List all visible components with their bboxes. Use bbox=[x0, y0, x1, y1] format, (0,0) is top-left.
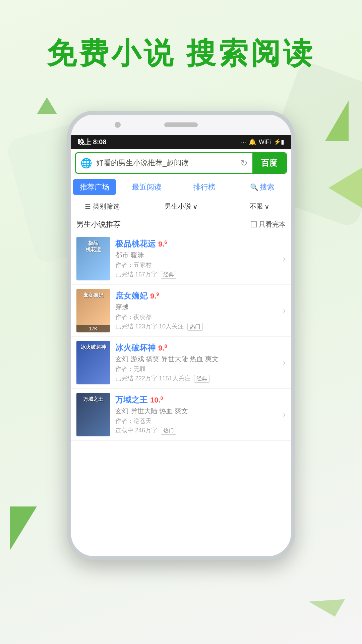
book-info-4: 万域之王 10.0 玄幻 异世大陆 热血 爽文 作者：逆苍天 连载中 246万字… bbox=[115, 394, 286, 435]
category-label: 类别筛选 bbox=[93, 202, 120, 211]
book-author-1: 作者：五家村 bbox=[115, 261, 286, 269]
book-title-2: 庶女嫡妃 bbox=[115, 290, 147, 301]
book-stats-2: 已完结 123万字 10人关注 热门 bbox=[115, 322, 286, 331]
signal-icon: ··· bbox=[241, 139, 246, 146]
book-rating-3: 9.8 bbox=[158, 343, 167, 353]
book-cover-2: 庶女嫡妃 17K bbox=[76, 289, 110, 332]
book-item-4[interactable]: 万域之王 万域之王 10.0 玄幻 异世大陆 热血 爽文 作者：逆苍天 连载中 … bbox=[71, 389, 291, 441]
filter-icon: ☰ bbox=[85, 203, 91, 211]
book-info-2: 庶女嫡妃 9.9 穿越 作者：夜凌都 已完结 123万字 10人关注 热门 bbox=[115, 290, 286, 331]
search-input-text[interactable]: 好看的男生小说推荐_趣阅读 bbox=[96, 158, 236, 168]
arrow-icon-2: › bbox=[283, 306, 286, 315]
book-author-3: 作者：无罪 bbox=[115, 365, 286, 373]
book-tag-2: 热门 bbox=[187, 323, 203, 331]
book-info-1: 极品桃花运 9.6 都市 暖昧 作者：五家村 已完结 167万字 经典 bbox=[115, 238, 286, 279]
status-icons: ··· 🔔 WiFi ⚡▮ bbox=[241, 138, 284, 146]
book-info-3: 冰火破坏神 9.8 玄幻 游戏 搞笑 异世大陆 热血 爽文 作者：无罪 已完结 … bbox=[115, 342, 286, 383]
book-genre-2: 穿越 bbox=[115, 303, 286, 312]
tab-bar: 推荐广场 最近阅读 排行榜 🔍 搜索 bbox=[71, 177, 291, 197]
filter-limit[interactable]: 不限 ∨ bbox=[228, 197, 291, 216]
limit-label: 不限 bbox=[250, 202, 263, 211]
book-stats-3: 已完结 222万字 1151人关注 经典 bbox=[115, 374, 286, 383]
arrow-icon-1: › bbox=[283, 254, 286, 263]
book-tag-1: 经典 bbox=[161, 271, 176, 279]
complete-label: 只看完本 bbox=[259, 220, 286, 229]
section-header: 男生小说推荐 只看完本 bbox=[71, 216, 291, 233]
book-rating-1: 9.6 bbox=[158, 239, 167, 249]
arrow-icon-3: › bbox=[283, 358, 286, 367]
wifi-icon: WiFi bbox=[259, 139, 271, 146]
page-title: 免费小说 搜索阅读 bbox=[0, 34, 362, 73]
book-item-2[interactable]: 庶女嫡妃 17K 庶女嫡妃 9.9 穿越 作者：夜凌都 已完结 123万字 10… bbox=[71, 285, 291, 337]
cover-brand-2: 17K bbox=[76, 325, 110, 332]
filter-type[interactable]: 男生小说 ∨ bbox=[134, 197, 228, 216]
book-tag-4: 热门 bbox=[161, 427, 176, 435]
book-genre-4: 玄幻 异世大陆 热血 爽文 bbox=[115, 407, 286, 416]
book-title-1: 极品桃花运 bbox=[115, 238, 156, 249]
cover-title-2: 庶女嫡妃 bbox=[78, 292, 109, 299]
baidu-button[interactable]: 百度 bbox=[252, 152, 286, 174]
search-bar[interactable]: 🌐 好看的男生小说推荐_趣阅读 ↻ 百度 bbox=[75, 152, 287, 174]
bg-triangle-small bbox=[37, 97, 57, 114]
bg-triangle-bottom-left bbox=[10, 506, 37, 550]
book-cover-3: 冰火破坏神 bbox=[76, 341, 110, 384]
book-title-4: 万域之王 bbox=[115, 394, 147, 405]
book-rating-4: 10.0 bbox=[150, 395, 163, 405]
search-tab-icon: 🔍 bbox=[250, 183, 258, 191]
tab-recent[interactable]: 最近阅读 bbox=[118, 177, 176, 197]
book-stats-1: 已完结 167万字 经典 bbox=[115, 270, 286, 279]
cover-title-1: 极品桃花运 bbox=[78, 240, 109, 253]
book-title-3: 冰火破坏神 bbox=[115, 342, 156, 353]
cover-title-3: 冰火破坏神 bbox=[78, 344, 109, 351]
book-item-3[interactable]: 冰火破坏神 冰火破坏神 9.8 玄幻 游戏 搞笑 异世大陆 热血 爽文 作者：无… bbox=[71, 337, 291, 389]
section-title: 男生小说推荐 bbox=[76, 219, 121, 229]
filter-bar: ☰ 类别筛选 男生小说 ∨ 不限 ∨ bbox=[71, 197, 291, 216]
book-genre-3: 玄幻 游戏 搞笑 异世大陆 热血 爽文 bbox=[115, 355, 286, 364]
bg-triangle-right bbox=[328, 168, 362, 208]
book-stats-4: 连载中 246万字 热门 bbox=[115, 426, 286, 435]
book-item-1[interactable]: 极品桃花运 极品桃花运 9.6 都市 暖昧 作者：五家村 已完结 167万字 经… bbox=[71, 233, 291, 285]
type-label: 男生小说 bbox=[165, 202, 191, 211]
book-cover-4: 万域之王 bbox=[76, 393, 110, 436]
status-time: 晚上 8:08 bbox=[78, 138, 107, 147]
status-bar: 晚上 8:08 ··· 🔔 WiFi ⚡▮ bbox=[71, 135, 291, 149]
book-list: 极品桃花运 极品桃花运 9.6 都市 暖昧 作者：五家村 已完结 167万字 经… bbox=[71, 233, 291, 441]
book-rating-2: 9.9 bbox=[150, 291, 159, 301]
complete-checkbox[interactable] bbox=[251, 221, 257, 227]
bg-triangle-top-right bbox=[325, 101, 349, 141]
mute-icon: 🔔 bbox=[249, 138, 256, 146]
bg-triangle-bottom-right bbox=[309, 584, 345, 617]
limit-arrow: ∨ bbox=[264, 203, 269, 211]
book-author-2: 作者：夜凌都 bbox=[115, 313, 286, 321]
phone-camera bbox=[115, 122, 121, 128]
phone-top-bar bbox=[71, 115, 291, 135]
tab-ranking[interactable]: 排行榜 bbox=[176, 177, 233, 197]
tab-search[interactable]: 🔍 搜索 bbox=[233, 177, 291, 197]
tab-recommended[interactable]: 推荐广场 bbox=[73, 179, 116, 195]
refresh-icon[interactable]: ↻ bbox=[236, 155, 252, 171]
complete-filter[interactable]: 只看完本 bbox=[251, 220, 286, 229]
book-genre-1: 都市 暖昧 bbox=[115, 251, 286, 260]
book-tag-3: 经典 bbox=[194, 375, 209, 383]
phone-screen: 晚上 8:08 ··· 🔔 WiFi ⚡▮ 🌐 好看的男生小说推荐_趣阅读 ↻ … bbox=[71, 135, 291, 556]
battery-icon: ⚡▮ bbox=[274, 138, 284, 146]
book-cover-1: 极品桃花运 bbox=[76, 237, 110, 280]
cover-title-4: 万域之王 bbox=[78, 396, 109, 402]
globe-icon: 🌐 bbox=[79, 156, 94, 170]
phone-mockup: 晚上 8:08 ··· 🔔 WiFi ⚡▮ 🌐 好看的男生小说推荐_趣阅读 ↻ … bbox=[67, 111, 295, 560]
phone-speaker bbox=[164, 122, 198, 127]
filter-category[interactable]: ☰ 类别筛选 bbox=[71, 197, 134, 216]
arrow-icon-4: › bbox=[283, 410, 286, 419]
book-author-4: 作者：逆苍天 bbox=[115, 417, 286, 425]
type-arrow: ∨ bbox=[193, 203, 198, 211]
